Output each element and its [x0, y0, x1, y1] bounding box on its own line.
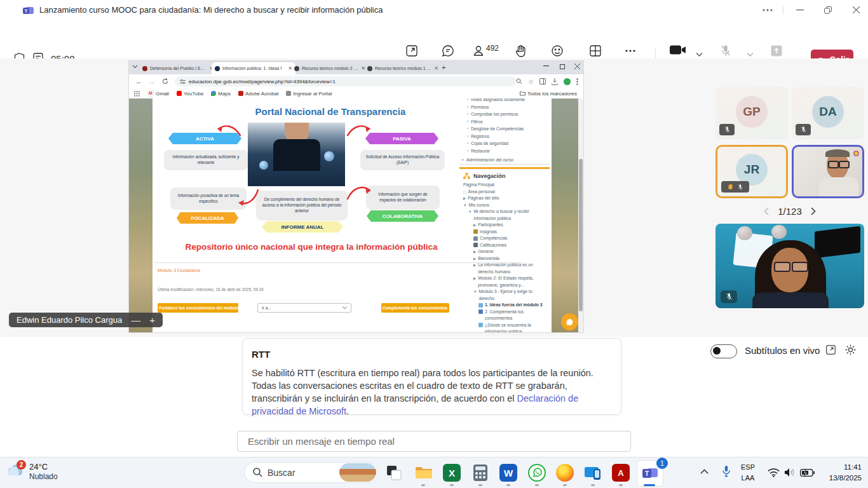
- excel-button[interactable]: X: [443, 464, 461, 482]
- nav-item[interactable]: Competencias: [463, 235, 548, 242]
- zoom-in-button[interactable]: +: [149, 315, 155, 325]
- all-bookmarks-button[interactable]: Todos los marcadores: [520, 91, 577, 97]
- battery-icon[interactable]: [800, 469, 815, 477]
- url-field[interactable]: educacion.dpe.gob.ec/mod/page/view.php?i…: [175, 76, 516, 86]
- more-options-button[interactable]: [754, 0, 782, 20]
- nav-item[interactable]: ▶Páginas del sitio: [463, 195, 548, 202]
- taskbar-clock[interactable]: 11:41 13/8/2025: [822, 462, 862, 484]
- live-captions-toggle[interactable]: [710, 344, 737, 358]
- firefox-button[interactable]: [556, 464, 574, 482]
- participant-tile-jr-hand-raised[interactable]: JR: [715, 145, 788, 198]
- captions-popout-icon[interactable]: [825, 344, 836, 355]
- admin-item[interactable]: ▪Comprobar los permisos: [467, 111, 550, 118]
- chrome-menu-icon[interactable]: [576, 78, 578, 85]
- nav-item[interactable]: ▼Módulo 3 - Ejerce y exige tu derecho: [463, 288, 548, 302]
- tab-close-icon[interactable]: ✕: [434, 65, 438, 71]
- data-bubble: [324, 151, 334, 161]
- next-page-icon[interactable]: [811, 207, 816, 215]
- mic-chevron-icon[interactable]: [747, 52, 754, 57]
- rtt-title: RTT: [252, 349, 270, 360]
- chrome-profile-avatar[interactable]: [564, 78, 571, 85]
- download-icon[interactable]: [552, 78, 558, 85]
- keyboard-language[interactable]: ESP LAA: [741, 462, 755, 484]
- competency-icon: [473, 236, 478, 241]
- nav-item[interactable]: ▶Bienvenida: [463, 255, 548, 262]
- next-module-button[interactable]: 2. Complementa tus conocimientos ►: [381, 303, 449, 313]
- browser-close-icon[interactable]: [574, 64, 580, 69]
- bookmark-acrobat[interactable]: Adobe Acrobat: [238, 91, 278, 97]
- search-in-page-icon[interactable]: [516, 78, 522, 85]
- bookmark-gmail[interactable]: MGmail: [147, 90, 169, 97]
- jump-to-select[interactable]: Ir a...: [257, 303, 351, 313]
- browser-tab[interactable]: Recurso teórico módulo 1 (1) ✕: [364, 62, 442, 74]
- admin-item[interactable]: ▪Roles asignados localmente: [467, 98, 550, 104]
- nav-item[interactable]: ◻Área personal: [463, 189, 548, 196]
- prev-module-button[interactable]: ◄ Fortalece tus conocimientos del módulo…: [158, 303, 238, 313]
- side-panel-icon[interactable]: [539, 78, 546, 85]
- new-tab-button[interactable]: +: [442, 64, 445, 71]
- bookmark-youtube[interactable]: YouTube: [177, 91, 203, 97]
- module-link[interactable]: Módulo 3 Ciudadanía: [158, 268, 200, 273]
- self-video-tile[interactable]: [715, 224, 864, 308]
- phone-link-button[interactable]: [584, 464, 602, 482]
- wifi-icon[interactable]: [768, 468, 780, 477]
- acrobat-button[interactable]: A: [612, 464, 630, 482]
- camera-chevron-icon[interactable]: [696, 52, 703, 57]
- nav-item[interactable]: Calificaciones: [463, 242, 548, 249]
- browser-tab[interactable]: Defensoría del Pueblo | Ecuad ✕: [139, 62, 217, 74]
- restore-button[interactable]: [814, 0, 842, 20]
- nav-item[interactable]: ▶Participantes: [463, 222, 548, 229]
- participant-tile-speaker-video[interactable]: [792, 145, 864, 198]
- volume-icon[interactable]: [784, 468, 795, 477]
- nav-item[interactable]: ▶Módulo 2: El Estado respeta, promueve, …: [463, 275, 548, 288]
- task-view-button[interactable]: [386, 464, 402, 481]
- tray-mic-icon[interactable]: [722, 465, 731, 478]
- nav-item[interactable]: 2. Complementa tus conocimientos: [463, 309, 548, 322]
- admin-item[interactable]: ▪Copia de seguridad: [467, 140, 550, 147]
- nav-item[interactable]: ¿Dónde se encuentra la información públi…: [463, 322, 548, 333]
- prev-page-icon[interactable]: [764, 207, 769, 215]
- browser-tab[interactable]: Recurso teórico módulo 2 (1) ✕: [291, 62, 369, 74]
- zoom-out-button[interactable]: —: [131, 315, 140, 325]
- captions-settings-gear-icon[interactable]: [844, 344, 857, 356]
- participant-tile-gp[interactable]: GP: [715, 87, 788, 139]
- nav-item[interactable]: Insignias: [463, 229, 548, 236]
- apps-grid-icon[interactable]: [134, 91, 140, 97]
- minimize-button[interactable]: [786, 0, 814, 20]
- tab-search-chevron-icon[interactable]: [132, 65, 138, 69]
- browser-tab-active[interactable]: Información pública: 1. Ideas f ✕: [212, 62, 295, 74]
- browser-maximize-icon[interactable]: [560, 64, 565, 69]
- rtt-message-input[interactable]: [237, 431, 631, 452]
- bookmark-maps[interactable]: Maps: [211, 91, 231, 97]
- browser-minimize-icon[interactable]: [543, 65, 549, 67]
- tray-expand-button[interactable]: [700, 469, 709, 474]
- nav-item[interactable]: Página Principal: [463, 182, 548, 189]
- admin-item[interactable]: ▪Registros: [467, 133, 550, 140]
- reload-icon[interactable]: [162, 78, 168, 85]
- bookmark-portal[interactable]: Ingresar al Portal: [286, 91, 332, 97]
- scrollbar-thumb[interactable]: [579, 159, 583, 311]
- chat-bubble-fab[interactable]: [561, 313, 578, 330]
- admin-item[interactable]: ▸Administración del curso: [462, 156, 550, 164]
- participant-tile-da[interactable]: DA: [792, 87, 864, 139]
- close-button[interactable]: [842, 0, 868, 20]
- whatsapp-button[interactable]: [528, 464, 546, 482]
- nav-item[interactable]: ▼Mis cursos: [463, 202, 548, 209]
- nav-item[interactable]: ▶General: [463, 248, 548, 255]
- file-explorer-button[interactable]: [414, 464, 432, 482]
- admin-item[interactable]: ▪Permisos: [467, 104, 550, 111]
- nav-item-current[interactable]: 1. Ideas fuerza del módulo 3: [463, 302, 548, 309]
- word-button[interactable]: W: [499, 464, 517, 482]
- nav-tree: Página Principal ◻Área personal ▶Páginas…: [463, 182, 548, 332]
- bing-daily-image[interactable]: [339, 463, 376, 482]
- calculator-button[interactable]: [471, 464, 489, 482]
- back-icon[interactable]: ←: [135, 78, 142, 85]
- bookmark-star-icon[interactable]: ☆: [528, 78, 534, 85]
- taskbar-search[interactable]: Buscar: [244, 462, 378, 483]
- admin-item[interactable]: ▪Restaurar: [467, 147, 550, 155]
- admin-item[interactable]: ▪Filtros: [467, 118, 550, 126]
- admin-item[interactable]: ▪Desglose de Competencias: [467, 125, 550, 133]
- forward-icon[interactable]: →: [149, 78, 156, 85]
- nav-item[interactable]: ▶La información pública es un derecho hu…: [463, 262, 548, 275]
- nav-item[interactable]: ▼Mi derecho a buscar y recibir informaci…: [463, 208, 548, 222]
